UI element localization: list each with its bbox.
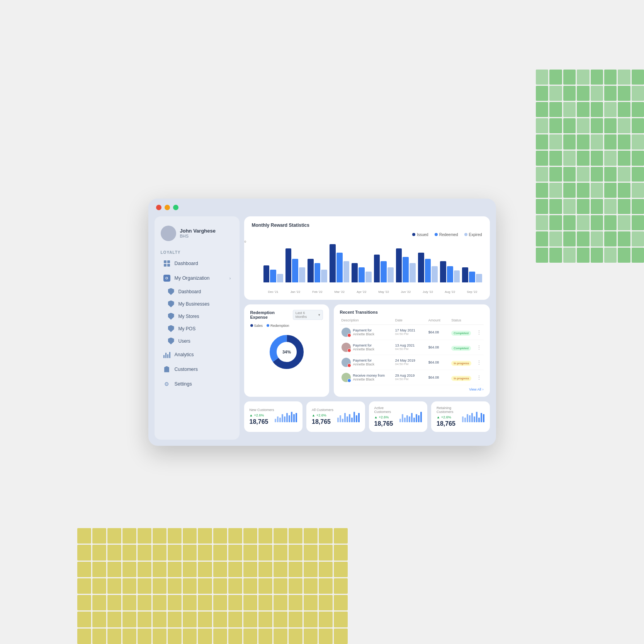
desc-text: Payment for Annette Black xyxy=(353,328,375,336)
x-label: Mar '22 xyxy=(330,290,349,294)
stat-card-1: All Customers ▲ +2.6% 18,765 xyxy=(306,401,365,432)
bar-redeemed xyxy=(469,272,475,282)
stat-label: Retaining Customers xyxy=(437,406,462,414)
x-label: July '22 xyxy=(418,290,438,294)
sidebar-subitem-businesses[interactable]: My Businesses xyxy=(157,298,237,310)
maximize-button[interactable] xyxy=(173,205,178,210)
sidebar-item-customers-label: Customers xyxy=(175,367,198,372)
bar-redeemed xyxy=(359,267,365,282)
mini-bar xyxy=(467,414,468,422)
donut-chart: 34% xyxy=(250,331,323,373)
chart-title: Monthly Reward Statistics xyxy=(252,223,482,228)
bar-group xyxy=(462,267,482,282)
legend-dot-redeemed xyxy=(435,233,438,236)
stat-label: Active Customers xyxy=(374,406,400,414)
row-menu[interactable]: ⋮ xyxy=(477,345,482,350)
mini-bar xyxy=(344,413,346,422)
trend-up-icon: ▲ xyxy=(312,413,315,417)
mini-bar xyxy=(409,416,410,422)
stat-value: 18,765 xyxy=(250,418,274,425)
sidebar-subitem-pos[interactable]: My POS xyxy=(157,323,237,335)
bar-group xyxy=(285,248,305,282)
legend-dot-issued xyxy=(412,233,415,236)
mini-bar xyxy=(356,415,357,422)
x-label: Aug '22 xyxy=(440,290,460,294)
chevron-right-icon-viewall: › xyxy=(483,387,484,391)
stat-card-0: New Customers ▲ +2.6% 18,765 xyxy=(244,401,303,432)
mini-bar xyxy=(481,413,482,422)
bar-redeemed xyxy=(270,270,276,282)
sidebar-subitem-pos-label: My POS xyxy=(178,326,196,331)
mini-bar xyxy=(476,412,477,422)
close-button[interactable] xyxy=(156,205,161,210)
sidebar: John Varghese BHS LOYALTY Dashboard O xyxy=(155,216,240,440)
mini-bar xyxy=(406,415,408,422)
sidebar-subitem-dashboard[interactable]: Dashboard xyxy=(157,285,237,298)
mini-bar xyxy=(416,414,417,422)
sidebar-subitem-users[interactable]: Users xyxy=(157,335,237,347)
bar-redeemed xyxy=(314,263,321,282)
table-desc: Payment for Annette Black xyxy=(342,343,393,352)
table-row[interactable]: Payment for Annette Black 17 May 2021 04… xyxy=(340,325,484,340)
expense-title: Redemption Expense xyxy=(250,310,293,319)
mini-bar xyxy=(478,418,480,422)
mini-bar xyxy=(277,416,279,422)
bar-redeemed xyxy=(447,266,453,282)
bar-redeemed xyxy=(292,259,298,282)
sidebar-item-settings-label: Settings xyxy=(175,381,192,387)
table-row[interactable]: Payment for Annette Black 24 May 2019 04… xyxy=(340,355,484,370)
sidebar-item-customers[interactable]: Customers xyxy=(157,362,237,377)
app-window: John Varghese BHS LOYALTY Dashboard O xyxy=(148,199,496,446)
transitions-title: Recent Transitions xyxy=(340,310,484,314)
bar-redeemed xyxy=(381,261,387,282)
table-avatar xyxy=(342,343,351,352)
bar-expired xyxy=(277,274,283,282)
sidebar-item-analytics[interactable]: Analytics xyxy=(157,347,237,362)
bar-redeemed xyxy=(336,253,343,282)
amount-text: $64.08 xyxy=(428,330,449,334)
date-text: 29 Aug 2019 04:50 PM xyxy=(395,374,426,381)
legend-redeemed: Redeemed xyxy=(435,233,458,237)
y-label: 100 xyxy=(244,240,246,243)
monthly-reward-chart-card: Monthly Reward Statistics Issued Redeeme… xyxy=(244,216,490,300)
sidebar-subitem-stores[interactable]: My Stores xyxy=(157,310,237,323)
sidebar-item-analytics-label: Analytics xyxy=(175,352,194,357)
expense-filter[interactable]: Last 6 Months ▾ xyxy=(293,310,323,320)
row-menu[interactable]: ⋮ xyxy=(477,330,482,335)
x-label: May '22 xyxy=(374,290,394,294)
avatar xyxy=(161,226,176,241)
mini-bar xyxy=(291,412,292,422)
bar-expired xyxy=(387,267,394,282)
table-row[interactable]: Payment for Annette Black 13 Aug 2021 04… xyxy=(340,340,484,355)
status-badge: Completed xyxy=(451,344,474,351)
minimize-button[interactable] xyxy=(165,205,170,210)
mini-bar xyxy=(296,413,297,422)
stat-label: All Customers xyxy=(312,408,333,412)
bar-issued xyxy=(263,265,270,282)
y-label: 75 xyxy=(244,250,246,253)
x-label: Dec '21 xyxy=(263,290,283,294)
stat-info: New Customers ▲ +2.6% 18,765 xyxy=(250,408,274,425)
sidebar-item-dashboard[interactable]: Dashboard xyxy=(157,256,237,271)
mini-bar xyxy=(342,419,343,422)
bar-issued xyxy=(396,248,402,282)
bar-issued xyxy=(418,253,424,282)
org-icon: O xyxy=(163,274,171,282)
mini-bar xyxy=(279,418,281,422)
row-menu[interactable]: ⋮ xyxy=(477,360,482,365)
view-all-button[interactable]: View All › xyxy=(340,385,484,391)
user-profile[interactable]: John Varghese BHS xyxy=(155,223,240,247)
stat-value: 18,765 xyxy=(374,420,400,427)
bar-issued xyxy=(285,248,292,282)
bar-issued xyxy=(440,261,446,282)
sidebar-item-settings[interactable]: ⚙ Settings xyxy=(157,377,237,391)
stat-info: All Customers ▲ +2.6% 18,765 xyxy=(312,408,333,425)
mini-bar xyxy=(358,413,360,422)
y-label: 0 xyxy=(244,279,246,282)
sidebar-item-my-organization[interactable]: O My Organization › xyxy=(157,271,237,285)
mini-bar xyxy=(337,418,339,422)
bar-redeemed xyxy=(403,257,409,282)
amount-text: $64.08 xyxy=(428,345,449,349)
table-row[interactable]: Receive money from Annette Black 29 Aug … xyxy=(340,370,484,385)
row-menu[interactable]: ⋮ xyxy=(477,375,482,380)
